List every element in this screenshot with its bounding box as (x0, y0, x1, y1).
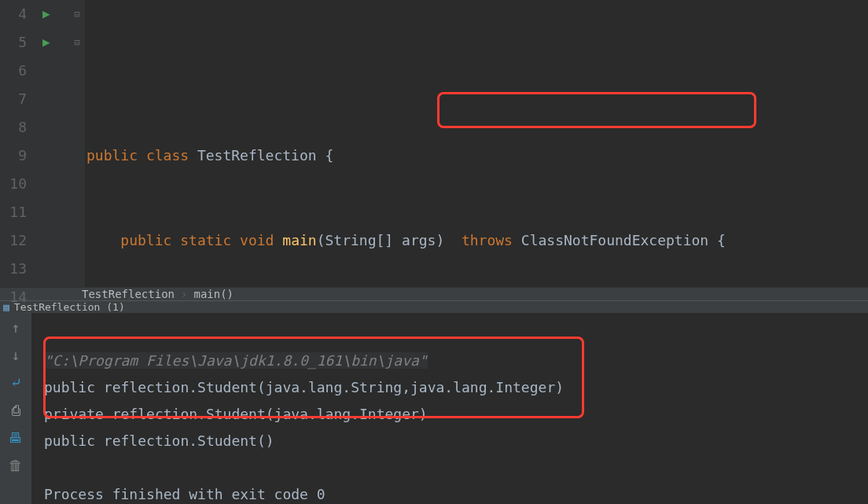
fold-open-icon[interactable]: ⊟ (69, 0, 85, 28)
console-output[interactable]: "C:\Program Files\Java\jdk1.8.0_161\bin\… (31, 313, 868, 504)
code-editor[interactable]: public class TestReflection { public sta… (85, 0, 868, 287)
run-line-icon[interactable]: ▶ (38, 28, 69, 57)
console-toolbar: ↑ ↓ ⤶ ⎙ 🖶 🗑 (0, 313, 31, 504)
line-number-gutter: 4 5 6 7 8 9 10 11 12 13 14 (0, 0, 38, 287)
console-command-path: "C:\Program Files\Java\jdk1.8.0_161\bin\… (44, 352, 428, 369)
trash-icon[interactable]: 🗑 (9, 457, 23, 473)
run-line-icon[interactable]: ▶ (38, 0, 69, 28)
scroll-to-end-icon[interactable]: ⎙ (12, 402, 20, 418)
console-line: public reflection.Student(java.lang.Stri… (44, 379, 564, 395)
print-icon[interactable]: 🖶 (9, 429, 23, 446)
console-line: public reflection.Student() (44, 432, 274, 449)
soft-wrap-icon[interactable]: ⤶ (10, 374, 22, 391)
console-line: private reflection.Student(java.lang.Int… (44, 406, 428, 422)
fold-column: ⊟ ⊟ (69, 0, 85, 287)
down-arrow-icon[interactable]: ↓ (12, 347, 20, 363)
fold-close-icon[interactable]: ⊟ (69, 28, 85, 57)
gutter-icons-column: ▶ ▶ (38, 0, 69, 287)
up-arrow-icon[interactable]: ↑ (12, 319, 20, 336)
console-exit-line: Process finished with exit code 0 (44, 486, 326, 502)
